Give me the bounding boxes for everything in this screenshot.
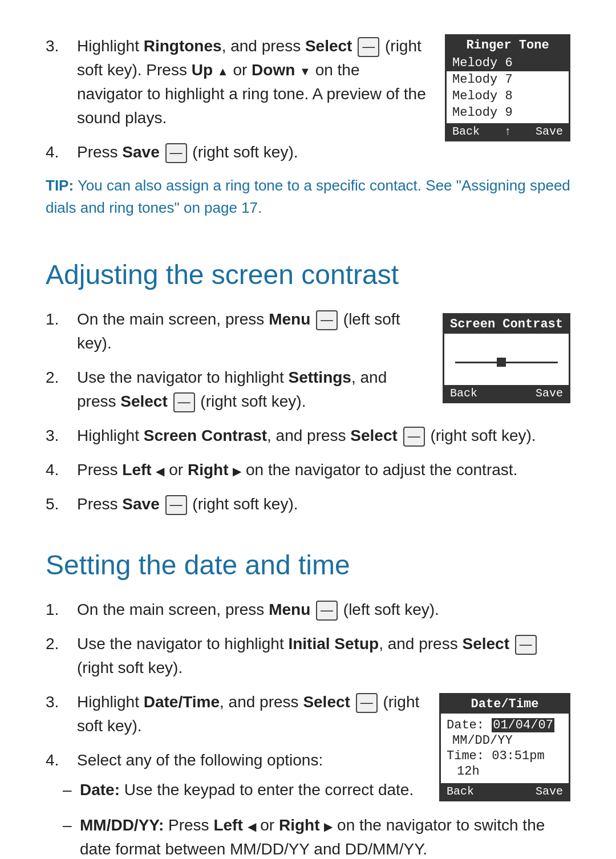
ringer-footer-icon: ↑	[504, 125, 511, 138]
contrast-slider	[455, 362, 558, 363]
contrast-slider-knob	[497, 358, 506, 367]
contrast-screen-title: Screen Contrast	[444, 315, 569, 334]
contrast-content: Screen Contrast Back Save 1. On t	[46, 307, 570, 526]
tip-box: TIP: You can also assign a ring tone to …	[46, 175, 570, 219]
section-heading-datetime: Setting the date and time	[46, 549, 570, 581]
ringer-footer-save: Save	[536, 125, 563, 138]
sub-item-date-content: Date: Use the keypad to enter the correc…	[80, 778, 414, 802]
dash-marker-2: –	[63, 813, 80, 859]
down-arrow-icon	[299, 63, 311, 80]
datetime-step-2: 2. Use the navigator to highlight Initia…	[46, 632, 570, 680]
date-row: Date: 01/04/07	[447, 718, 563, 732]
contrast-step-num-3: 3.	[46, 424, 77, 448]
section-heading-contrast: Adjusting the screen contrast	[46, 259, 570, 290]
datetime-screen-body: Date: 01/04/07 MM/DD/YY Time: 03:51pm 12…	[441, 714, 569, 783]
datetime-step-3-content: Highlight Date/Time, and press Select — …	[77, 690, 422, 738]
melody-row-3: Melody 8	[447, 88, 569, 104]
datetime-step-4: 4. Select any of the following options:	[46, 748, 422, 772]
contrast-step-num-5: 5.	[46, 492, 77, 516]
contrast-step-2: 2. Use the navigator to highlight Settin…	[46, 366, 425, 414]
contrast-step-5-content: Press Save — (right soft key).	[77, 492, 570, 516]
time-value: 03:51pm	[492, 749, 544, 763]
time-format-row: 12h	[447, 764, 563, 779]
date-value: 01/04/07	[492, 718, 554, 732]
date-format-row: MM/DD/YY	[447, 734, 563, 748]
ringer-screen-title: Ringer Tone	[447, 36, 569, 55]
datetime-step-3: 3. Highlight Date/Time, and press Select…	[46, 690, 422, 738]
select-key-icon-3: —	[403, 427, 425, 447]
datetime-step-2-content: Use the navigator to highlight Initial S…	[77, 632, 570, 680]
left-arrow-icon	[156, 463, 164, 480]
step-3-ringtone: 3. Highlight Ringtones, and press Select…	[46, 34, 428, 130]
step-3-content: Highlight Ringtones, and press Select — …	[77, 34, 428, 130]
datetime-screen-footer: Back Save	[441, 783, 569, 800]
right-arrow-icon-2	[324, 818, 333, 835]
left-arrow-icon-2	[248, 818, 256, 835]
datetime-content: 1. On the main screen, press Menu — (lef…	[46, 598, 570, 859]
ringer-tone-screen: Ringer Tone Melody 6 Melody 7 Melody 8 M…	[445, 34, 570, 141]
time-label: Time:	[447, 749, 484, 763]
datetime-footer-back: Back	[447, 785, 474, 798]
datetime-step-num-3: 3.	[46, 690, 77, 738]
datetime-step-1: 1. On the main screen, press Menu — (lef…	[46, 598, 570, 622]
contrast-step-1-content: On the main screen, press Menu — (left s…	[77, 307, 425, 355]
contrast-footer-save: Save	[536, 387, 563, 400]
step-4-ringtone: 4. Press Save — (right soft key).	[46, 140, 428, 164]
contrast-screen-body	[444, 334, 569, 385]
datetime-step-num-2: 2.	[46, 632, 77, 680]
contrast-step-4-content: Press Left or Right on the navigator to …	[77, 458, 570, 482]
sub-item-mmddyy-content: MM/DD/YY: Press Left or Right on the nav…	[80, 813, 570, 859]
select-key-icon-2: —	[173, 392, 195, 412]
datetime-step-1-content: On the main screen, press Menu — (left s…	[77, 598, 570, 622]
contrast-step-2-content: Use the navigator to highlight Settings,…	[77, 366, 425, 414]
contrast-step-4: 4. Press Left or Right on the navigator …	[46, 458, 570, 482]
select-key-icon: —	[358, 37, 379, 57]
contrast-screen-footer: Back Save	[444, 385, 569, 402]
contrast-step-5: 5. Press Save — (right soft key).	[46, 492, 570, 516]
melody-row-1: Melody 6	[447, 55, 569, 71]
step-4-content: Press Save — (right soft key).	[77, 140, 428, 164]
step-num-4: 4.	[46, 140, 77, 164]
tip-content: You can also assign a ring tone to a spe…	[46, 177, 570, 216]
datetime-step-num-1: 1.	[46, 598, 77, 622]
datetime-step-num-4: 4.	[46, 748, 77, 772]
melody-row-4: Melody 9	[447, 104, 569, 121]
menu-key-icon-1: —	[316, 310, 338, 330]
contrast-step-1: 1. On the main screen, press Menu — (lef…	[46, 307, 425, 355]
contrast-step-3: 3. Highlight Screen Contrast, and press …	[46, 424, 570, 448]
section-ringtone-continuation: Ringer Tone Melody 6 Melody 7 Melody 8 M…	[46, 34, 570, 236]
save-key-icon-2: —	[165, 495, 187, 515]
ringer-footer-back: Back	[452, 125, 480, 138]
tip-label: TIP:	[46, 177, 74, 194]
select-key-icon-dt2: —	[515, 635, 537, 655]
dash-marker-1: –	[63, 778, 80, 802]
datetime-screen-title: Date/Time	[441, 695, 569, 714]
contrast-step-num-4: 4.	[46, 458, 77, 482]
time-row: Time: 03:51pm	[447, 749, 563, 763]
contrast-step-num-2: 2.	[46, 366, 77, 414]
up-arrow-icon	[217, 63, 229, 80]
contrast-screen-mockup: Screen Contrast Back Save	[443, 313, 570, 403]
sub-item-mmddyy: – MM/DD/YY: Press Left or Right on the n…	[63, 813, 570, 859]
step-num-3: 3.	[46, 34, 77, 130]
contrast-step-num-1: 1.	[46, 307, 77, 355]
section-screen-contrast: Adjusting the screen contrast Screen Con…	[46, 259, 570, 526]
save-key-icon: —	[165, 143, 187, 163]
date-label: Date:	[447, 718, 484, 732]
select-key-icon-dt3: —	[356, 693, 378, 713]
right-arrow-icon	[233, 463, 241, 480]
datetime-footer-save: Save	[536, 785, 563, 798]
datetime-screen-mockup: Date/Time Date: 01/04/07 MM/DD/YY Time: …	[439, 693, 570, 801]
contrast-step-3-content: Highlight Screen Contrast, and press Sel…	[77, 424, 570, 448]
menu-key-icon-dt1: —	[316, 601, 338, 621]
section-date-time: Setting the date and time 1. On the main…	[46, 549, 570, 859]
contrast-footer-back: Back	[450, 387, 477, 400]
melody-row-2: Melody 7	[447, 71, 569, 88]
sub-item-date: – Date: Use the keypad to enter the corr…	[63, 778, 422, 802]
datetime-step-4-content: Select any of the following options:	[77, 748, 422, 772]
